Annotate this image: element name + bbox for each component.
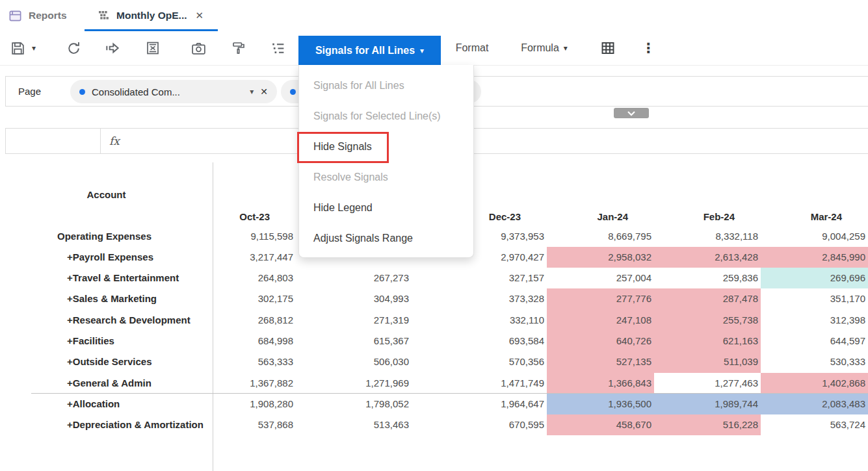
row-label[interactable]: +Outside Services: [67, 351, 152, 372]
table-cell[interactable]: 511,039: [654, 351, 761, 372]
table-cell[interactable]: 537,868: [213, 414, 296, 435]
table-cell[interactable]: 670,595: [412, 414, 547, 435]
row-label[interactable]: +General & Admin: [67, 373, 151, 394]
row-label[interactable]: Operating Expenses: [57, 226, 151, 247]
table-cell[interactable]: 302,175: [213, 288, 296, 309]
table-row: +Outside Services563,333506,030570,35652…: [0, 351, 868, 372]
table-row: +Sales & Marketing302,175304,993373,3282…: [0, 288, 868, 309]
table-cell[interactable]: 644,597: [761, 331, 868, 351]
table-cell[interactable]: 516,228: [654, 414, 761, 435]
table-row: +Depreciation & Amortization537,868513,4…: [0, 414, 868, 435]
table-cell[interactable]: 255,738: [654, 310, 761, 331]
table-cell[interactable]: 257,004: [547, 268, 654, 288]
row-label[interactable]: +Sales & Marketing: [67, 288, 157, 309]
table-cell[interactable]: 351,170: [761, 288, 868, 309]
row-label[interactable]: +Depreciation & Amortization: [67, 414, 204, 435]
table-cell[interactable]: 1,798,052: [296, 394, 412, 414]
table-cell[interactable]: 268,812: [213, 310, 296, 331]
table-cell[interactable]: 287,478: [654, 288, 761, 309]
app-window: Reports Monthly OpE... ✕ ▾: [0, 0, 868, 471]
table-cell[interactable]: 267,273: [296, 268, 412, 288]
table-cell[interactable]: 1,908,280: [213, 394, 296, 414]
table-cell[interactable]: 247,108: [547, 310, 654, 331]
account-column-divider: [213, 162, 213, 471]
table-cell[interactable]: 1,367,882: [213, 373, 296, 394]
table-cell[interactable]: 527,135: [547, 351, 654, 372]
table-cell[interactable]: 9,004,259: [761, 226, 868, 247]
table-cell[interactable]: 1,936,500: [547, 394, 654, 414]
table-cell[interactable]: 1,471,749: [412, 373, 547, 394]
row-label[interactable]: +Allocation: [67, 394, 120, 414]
table-cell[interactable]: 1,402,868: [761, 373, 868, 394]
menu-item-signals-for-selected-line-s: Signals for Selected Line(s): [299, 101, 473, 131]
table-cell[interactable]: 621,163: [654, 331, 761, 351]
table-cell[interactable]: 1,271,969: [296, 373, 412, 394]
table-cell[interactable]: 312,398: [761, 310, 868, 331]
row-label[interactable]: +Payroll Expenses: [67, 247, 153, 268]
collapse-handle-button[interactable]: [614, 108, 649, 118]
table-cell[interactable]: 563,724: [761, 414, 868, 435]
table-cell[interactable]: 269,696: [761, 268, 868, 288]
row-label[interactable]: +Travel & Entertainment: [67, 268, 179, 288]
row-label[interactable]: +Research & Development: [67, 310, 191, 331]
table-cell[interactable]: 8,332,118: [654, 226, 761, 247]
table-cell[interactable]: 513,463: [296, 414, 412, 435]
menu-item-hide-legend[interactable]: Hide Legend: [299, 192, 473, 223]
table-cell[interactable]: 1,989,744: [654, 394, 761, 414]
table-cell[interactable]: 530,333: [761, 351, 868, 372]
row-label[interactable]: +Facilities: [67, 331, 114, 351]
group-separator-line: [31, 393, 868, 394]
table-row: +Allocation1,908,2801,798,0521,964,6471,…: [0, 394, 868, 414]
table-row: +General & Admin1,367,8821,271,9691,471,…: [0, 373, 868, 394]
table-cell[interactable]: 1,366,843: [547, 373, 654, 394]
table-cell[interactable]: 563,333: [213, 351, 296, 372]
table-cell[interactable]: 3,217,447: [213, 247, 296, 268]
table-cell[interactable]: 373,328: [412, 288, 547, 309]
menu-item-resolve-signals: Resolve Signals: [299, 162, 473, 192]
table-row: +Travel & Entertainment264,803267,273327…: [0, 268, 868, 288]
menu-item-adjust-signals-range[interactable]: Adjust Signals Range: [299, 223, 473, 253]
table-cell[interactable]: 2,083,483: [761, 394, 868, 414]
table-cell[interactable]: 2,613,428: [654, 247, 761, 268]
table-cell[interactable]: 327,157: [412, 268, 547, 288]
table-cell[interactable]: 1,277,463: [654, 373, 761, 394]
table-cell[interactable]: 9,115,598: [213, 226, 296, 247]
table-row: +Research & Development268,812271,319332…: [0, 310, 868, 331]
table-cell[interactable]: 277,776: [547, 288, 654, 309]
table-cell[interactable]: 693,584: [412, 331, 547, 351]
menu-item-signals-for-all-lines: Signals for All Lines: [299, 70, 473, 101]
table-cell[interactable]: 8,669,795: [547, 226, 654, 247]
table-cell[interactable]: 264,803: [213, 268, 296, 288]
table-cell[interactable]: 570,356: [412, 351, 547, 372]
table-row: +Facilities684,998615,367693,584640,7266…: [0, 331, 868, 351]
table-cell[interactable]: 640,726: [547, 331, 654, 351]
hide-signals-annotation-box: [297, 132, 389, 163]
table-cell[interactable]: 684,998: [213, 331, 296, 351]
table-cell[interactable]: 304,993: [296, 288, 412, 309]
table-cell[interactable]: 259,836: [654, 268, 761, 288]
table-cell[interactable]: 332,110: [412, 310, 547, 331]
table-cell[interactable]: 458,670: [547, 414, 654, 435]
table-cell[interactable]: 271,319: [296, 310, 412, 331]
table-cell[interactable]: 2,845,990: [761, 247, 868, 268]
table-cell[interactable]: 506,030: [296, 351, 412, 372]
table-cell[interactable]: 2,958,032: [547, 247, 654, 268]
table-cell[interactable]: 615,367: [296, 331, 412, 351]
table-cell[interactable]: 1,964,647: [412, 394, 547, 414]
